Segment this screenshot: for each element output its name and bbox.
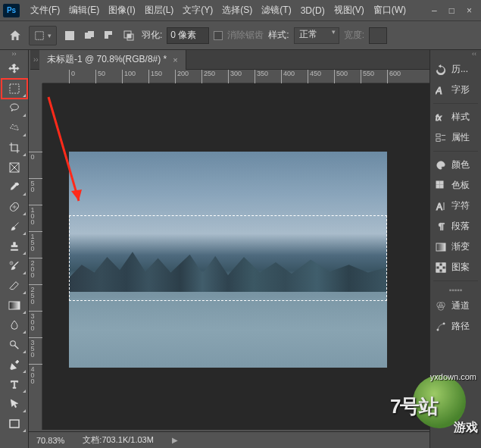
width-input — [369, 27, 387, 44]
menu-3d[interactable]: 3D(D) — [296, 2, 330, 19]
panel-character[interactable]: A字符 — [430, 196, 481, 216]
marquee-tool-icon[interactable] — [2, 79, 27, 99]
tab-handle-icon[interactable]: ›› — [30, 55, 39, 64]
properties-icon — [435, 132, 447, 144]
menu-select[interactable]: 选择(S) — [217, 1, 257, 20]
color-icon — [435, 159, 447, 171]
brush-tool-icon[interactable] — [2, 217, 27, 237]
panel-properties[interactable]: 属性 — [430, 127, 481, 148]
panel-gradients[interactable]: 渐变 — [430, 237, 481, 257]
minimize-icon[interactable]: – — [432, 5, 437, 16]
move-tool-icon[interactable] — [2, 59, 27, 79]
style-select[interactable]: 正常 ▾ — [294, 27, 339, 44]
home-icon[interactable] — [6, 27, 24, 45]
pen-tool-icon[interactable] — [2, 355, 27, 374]
crop-tool-icon[interactable] — [2, 138, 27, 158]
svg-rect-27 — [436, 138, 440, 141]
status-flyout-icon[interactable]: ▶ — [172, 436, 178, 444]
panel-history[interactable]: 历... — [430, 59, 481, 80]
svg-rect-3 — [88, 31, 94, 37]
style-label: 样式: — [268, 29, 289, 42]
collapse-grip-icon[interactable]: ‹‹ — [430, 50, 481, 59]
quick-select-tool-icon[interactable] — [2, 118, 27, 138]
svg-rect-39 — [439, 266, 442, 269]
feather-label: 羽化: — [142, 29, 162, 42]
dodge-tool-icon[interactable] — [2, 335, 27, 355]
panel-glyphs[interactable]: A字形 — [430, 80, 481, 100]
toolbox-collapse-icon[interactable]: ›› — [0, 50, 28, 59]
canvas-viewport[interactable] — [42, 83, 429, 430]
zoom-level[interactable]: 70.83% — [36, 436, 64, 445]
history-brush-tool-icon[interactable] — [2, 256, 27, 276]
svg-rect-38 — [442, 263, 445, 266]
menu-edit[interactable]: 编辑(E) — [64, 1, 104, 20]
eraser-tool-icon[interactable] — [2, 276, 27, 296]
window-controls: – □ × — [432, 5, 478, 16]
maximize-icon[interactable]: □ — [449, 5, 454, 16]
svg-rect-37 — [436, 263, 439, 266]
healing-tool-icon[interactable] — [2, 197, 27, 217]
svg-rect-17 — [9, 302, 20, 309]
svg-rect-30 — [440, 181, 443, 184]
type-tool-icon[interactable] — [2, 374, 27, 394]
ruler-origin-icon[interactable] — [29, 70, 42, 83]
channels-icon — [435, 300, 447, 312]
svg-rect-9 — [10, 84, 19, 93]
svg-rect-25 — [436, 133, 440, 136]
panel-paths[interactable]: 路径 — [430, 316, 481, 337]
status-bar: 70.83% 文档:703.1K/1.03M ▶ — [29, 431, 429, 448]
new-selection-icon[interactable] — [61, 27, 78, 44]
svg-rect-32 — [440, 185, 443, 188]
marquee-selection[interactable] — [69, 215, 387, 301]
eyedropper-tool-icon[interactable] — [2, 177, 27, 197]
frame-tool-icon[interactable] — [2, 158, 27, 177]
doc-info[interactable]: 文档:703.1K/1.03M — [83, 434, 154, 446]
subtract-selection-icon[interactable] — [101, 27, 117, 44]
shape-tool-icon[interactable] — [2, 414, 27, 434]
vertical-ruler[interactable]: 0 50 100 150 200 250 300 350 400 — [29, 83, 42, 430]
svg-rect-8 — [127, 34, 131, 38]
stamp-tool-icon[interactable] — [2, 237, 27, 256]
intersect-selection-icon[interactable] — [120, 27, 137, 44]
glyphs-icon: A — [435, 84, 447, 96]
swatches-icon — [435, 180, 447, 192]
close-tab-icon[interactable]: × — [173, 55, 177, 64]
photoshop-logo-icon: Ps — [3, 4, 20, 17]
menu-view[interactable]: 视图(V) — [330, 1, 369, 20]
menu-file[interactable]: 文件(F) — [26, 1, 64, 20]
svg-rect-29 — [436, 181, 439, 184]
canvas-area: 0 50 100 150 200 250 300 350 400 450 500… — [29, 70, 429, 430]
panel-channels[interactable]: 通道 — [430, 296, 481, 316]
svg-rect-5 — [108, 35, 114, 40]
path-select-tool-icon[interactable] — [2, 394, 27, 414]
menu-window[interactable]: 窗口(W) — [369, 1, 411, 20]
menu-type[interactable]: 文字(Y) — [178, 1, 217, 20]
menu-bar: Ps 文件(F) 编辑(E) 图像(I) 图层(L) 文字(Y) 选择(S) 滤… — [0, 0, 481, 21]
panel-color[interactable]: 颜色 — [430, 155, 481, 175]
panel-swatches[interactable]: 色板 — [430, 175, 481, 196]
panel-paragraph[interactable]: 段落 — [430, 216, 481, 237]
panel-patterns[interactable]: 图案 — [430, 257, 481, 277]
panel-styles[interactable]: fx样式 — [430, 107, 481, 127]
blur-tool-icon[interactable] — [2, 315, 27, 335]
svg-point-18 — [11, 341, 16, 346]
svg-rect-35 — [436, 243, 445, 251]
gradient-tool-icon[interactable] — [2, 296, 27, 315]
styles-icon: fx — [435, 111, 447, 124]
lasso-tool-icon[interactable] — [2, 99, 27, 118]
close-window-icon[interactable]: × — [467, 5, 472, 16]
toolbox: ›› — [0, 50, 29, 448]
menu-filter[interactable]: 滤镜(T) — [257, 1, 295, 20]
menu-layer[interactable]: 图层(L) — [140, 1, 179, 20]
antialias-label: 消除锯齿 — [227, 29, 264, 42]
document-tab-title: 未标题-1 @ 70.8%(RGB/8#) * — [47, 53, 167, 66]
horizontal-ruler[interactable]: 0 50 100 150 200 250 300 350 400 450 500… — [42, 70, 429, 83]
panel-section-hint: ▪▪▪▪▪ — [430, 284, 481, 296]
svg-rect-40 — [436, 269, 439, 272]
svg-rect-41 — [442, 269, 445, 272]
tool-preset-dropdown[interactable]: ▾ — [29, 26, 57, 45]
document-tab[interactable]: 未标题-1 @ 70.8%(RGB/8#) * × — [39, 50, 186, 70]
feather-input[interactable] — [167, 27, 209, 44]
add-to-selection-icon[interactable] — [81, 27, 98, 44]
menu-image[interactable]: 图像(I) — [104, 1, 139, 20]
